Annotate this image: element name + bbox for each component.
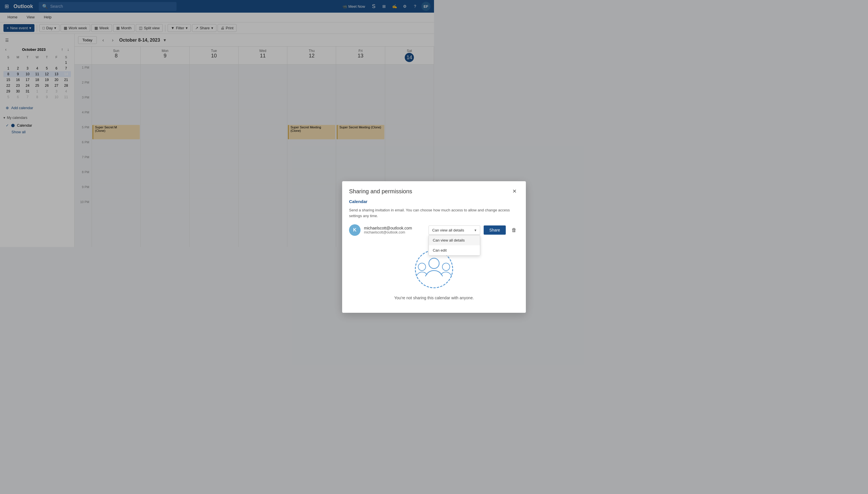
modal-body: Calendar Send a sharing invitation in em… <box>342 199 434 247</box>
permission-select-button[interactable]: Can view all details ▾ <box>429 226 434 235</box>
modal-overlay[interactable]: Sharing and permissions ✕ Calendar Send … <box>0 0 434 247</box>
user-avatar: K <box>349 224 360 236</box>
user-info: michaelscott@outlook.com michaelscott@ou… <box>364 226 425 234</box>
modal-description: Send a sharing invitation in email. You … <box>349 207 434 218</box>
sharing-permissions-modal: Sharing and permissions ✕ Calendar Send … <box>342 181 434 247</box>
permission-option-edit[interactable]: Can edit <box>429 245 434 247</box>
user-name: michaelscott@outlook.com <box>364 226 425 230</box>
user-email: michaelscott@outlook.com <box>364 230 425 234</box>
modal-subtitle: Calendar <box>349 199 434 204</box>
share-user-row: K michaelscott@outlook.com michaelscott@… <box>349 224 434 236</box>
permission-menu: Can view all details Can edit <box>429 235 434 247</box>
selected-permission-label: Can view all details <box>432 228 434 232</box>
permission-option-view[interactable]: Can view all details <box>429 235 434 245</box>
sharing-illustration: You're not sharing this calendar with an… <box>349 241 434 247</box>
modal-header: Sharing and permissions ✕ <box>342 181 434 199</box>
modal-title: Sharing and permissions <box>349 188 412 195</box>
permission-dropdown[interactable]: Can view all details ▾ Can view all deta… <box>429 226 434 235</box>
